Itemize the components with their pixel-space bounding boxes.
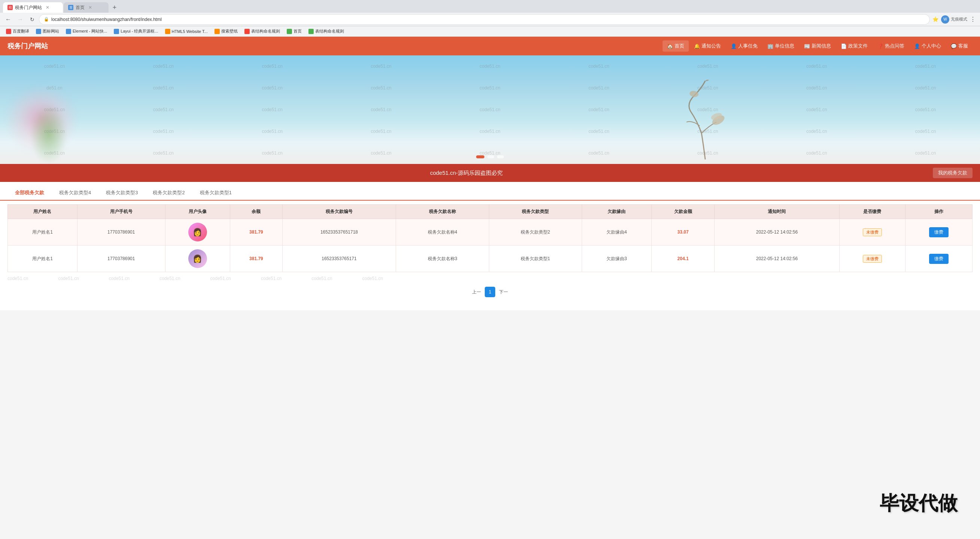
pay-button-1[interactable]: 缴费 <box>929 227 948 237</box>
service-icon: 💬 <box>951 43 957 49</box>
notice-icon: 🔔 <box>694 43 700 49</box>
bookmarks-bar: 百度翻译 图标网站 Element - 网站快... Layui - 经典开源框… <box>0 26 980 37</box>
personal-icon: 👤 <box>914 43 920 49</box>
table-header-row: 用户姓名 用户手机号 用户头像 余额 税务欠款编号 税务欠款名称 税务欠款类型 … <box>8 205 972 219</box>
cell-ispaid-2: 未缴费 <box>839 246 905 272</box>
col-ispaid: 是否缴费 <box>839 205 905 219</box>
hero-green-plant <box>30 104 67 164</box>
dot-active[interactable] <box>476 155 484 158</box>
col-action: 操作 <box>905 205 972 219</box>
data-table: 用户姓名 用户手机号 用户头像 余额 税务欠款编号 税务欠款名称 税务欠款类型 … <box>8 204 972 272</box>
tab-type1[interactable]: 税务欠款类型1 <box>192 186 239 200</box>
cell-balance-1: 381.79 <box>230 219 282 246</box>
cell-name-2: 用户姓名1 <box>8 246 78 272</box>
table-row: 用户姓名1 17703786901 👩 381.79 1652335376517… <box>8 246 972 272</box>
news-icon: 📰 <box>804 43 810 49</box>
no-face-mode-label: 无痕模式 <box>951 16 967 22</box>
dot-3[interactable] <box>497 155 504 158</box>
cell-time-2: 2022-05-12 14:02:56 <box>714 246 839 272</box>
dot-2[interactable] <box>487 155 494 158</box>
marquee-label: 我的税务欠款 <box>933 168 972 178</box>
nav-personal[interactable]: 👤 个人中心 <box>910 40 945 52</box>
prev-page-label: 上一 <box>472 289 481 295</box>
bookmark-table1[interactable]: 表结构命名规则 <box>242 28 283 35</box>
address-bar[interactable]: 🔒 localhost:8080/shuiwumenhuwangzhan/fro… <box>39 14 930 25</box>
table-section: 用户姓名 用户手机号 用户头像 余额 税务欠款编号 税务欠款名称 税务欠款类型 … <box>0 204 980 310</box>
address-text: localhost:8080/shuiwumenhuwangzhan/front… <box>51 17 925 22</box>
col-reason: 欠款缘由 <box>582 205 651 219</box>
nav-unit[interactable]: 🏢 单位信息 <box>763 40 799 52</box>
unit-icon: 🏢 <box>767 43 773 49</box>
nav-news[interactable]: 📰 新闻信息 <box>800 40 835 52</box>
nav-policy[interactable]: 📄 政策文件 <box>836 40 872 52</box>
col-taxid: 税务欠款编号 <box>282 205 396 219</box>
refresh-button[interactable]: ↻ <box>27 14 37 25</box>
bookmark-home-icon <box>287 29 292 34</box>
cell-taxid-1: 165233537651718 <box>282 219 396 246</box>
bookmark-table2[interactable]: 表结构命名规则 <box>305 28 347 35</box>
cell-reason-1: 欠款缘由4 <box>582 219 651 246</box>
tab-type4[interactable]: 税务欠款类型4 <box>52 186 99 200</box>
col-taxtype: 税务欠款类型 <box>489 205 582 219</box>
bookmark-home[interactable]: 首页 <box>284 28 305 35</box>
col-balance: 余额 <box>230 205 282 219</box>
bookmark-search-icon <box>215 29 220 34</box>
bookmark-map[interactable]: 图标网站 <box>33 28 62 35</box>
user-avatar-2: 👩 <box>188 249 207 268</box>
pay-button-2[interactable]: 缴费 <box>929 254 948 264</box>
status-badge-unpaid-2: 未缴费 <box>863 255 882 263</box>
next-page-label: 下一 <box>499 289 508 295</box>
tab-favicon: 税 <box>8 5 13 10</box>
page-btn-1[interactable]: 1 <box>485 287 495 297</box>
bookmark-element-icon <box>66 29 71 34</box>
bookmark-layui-icon <box>114 29 119 34</box>
menu-icon[interactable]: ⋮ <box>969 15 977 24</box>
bookmark-map-icon <box>36 29 41 34</box>
tab-type2[interactable]: 税务欠款类型2 <box>145 186 192 200</box>
nav-notice[interactable]: 🔔 通知公告 <box>689 40 725 52</box>
bookmark-element[interactable]: Element - 网站快... <box>63 28 110 35</box>
back-button[interactable]: ← <box>3 14 13 25</box>
table-row: 用户姓名1 17703786901 👩 381.79 1652335376517… <box>8 219 972 246</box>
nav-faq[interactable]: ❓ 热点问答 <box>873 40 909 52</box>
tab-favicon2: 首 <box>68 5 73 10</box>
browser-tab-active[interactable]: 税 税务门户网站 ✕ <box>3 2 63 13</box>
new-tab-button[interactable]: + <box>109 2 120 13</box>
extensions-area: ⭐ W 无痕模式 ⋮ <box>931 15 977 24</box>
bookmark-layui[interactable]: Layui - 经典开源框... <box>111 28 161 35</box>
status-badge-unpaid-1: 未缴费 <box>863 228 882 236</box>
bookmark-search[interactable]: 搜索壁纸 <box>212 28 241 35</box>
nav-personnel[interactable]: 👤 人事任免 <box>726 40 762 52</box>
avatar-icon[interactable]: W <box>941 15 949 24</box>
tabs-section: 全部税务欠款 税务欠款类型4 税务欠款类型3 税务欠款类型2 税务欠款类型1 <box>0 186 980 200</box>
lock-icon: 🔒 <box>44 17 49 22</box>
personnel-icon: 👤 <box>731 43 737 49</box>
cell-balance-2: 381.79 <box>230 246 282 272</box>
cell-phone-1: 17703786901 <box>77 219 165 246</box>
forward-button[interactable]: → <box>15 14 25 25</box>
col-avatar: 用户头像 <box>165 205 230 219</box>
extension-icon1[interactable]: ⭐ <box>931 15 940 24</box>
col-phone: 用户手机号 <box>77 205 165 219</box>
marquee-main-content: code51.cn-源码乐园盗图必究 <box>430 170 503 176</box>
site-header: 税务门户网站 🏠 首页 🔔 通知公告 👤 人事任免 🏢 单位信息 📰 新闻信息 <box>0 37 980 56</box>
nav-service[interactable]: 💬 客服 <box>946 40 972 52</box>
tab-close-icon2[interactable]: ✕ <box>88 5 92 10</box>
browser-tab-inactive[interactable]: 首 首页 ✕ <box>64 2 108 13</box>
col-amount: 欠款金额 <box>651 205 714 219</box>
bookmark-baidu[interactable]: 百度翻译 <box>3 28 32 35</box>
tab-close-icon[interactable]: ✕ <box>46 5 49 10</box>
cell-amount-2: 204.1 <box>651 246 714 272</box>
cell-taxid-2: 16523353765171 <box>282 246 396 272</box>
bookmark-html5[interactable]: HTML5 Website T... <box>162 28 211 35</box>
page-content: 税务门户网站 🏠 首页 🔔 通知公告 👤 人事任免 🏢 单位信息 📰 新闻信息 <box>0 37 980 310</box>
bookmark-baidu-icon <box>6 29 11 34</box>
cell-taxtype-1: 税务欠款类型2 <box>489 219 582 246</box>
tab-type3[interactable]: 税务欠款类型3 <box>99 186 145 200</box>
tab-all[interactable]: 全部税务欠款 <box>8 186 52 200</box>
home-icon: 🏠 <box>667 43 673 49</box>
col-name: 用户姓名 <box>8 205 78 219</box>
table-watermark: code51.cn code51.cn code51.cn code51.cn … <box>8 276 972 281</box>
tab-title-inactive: 首页 <box>76 5 84 11</box>
nav-home[interactable]: 🏠 首页 <box>663 40 689 52</box>
